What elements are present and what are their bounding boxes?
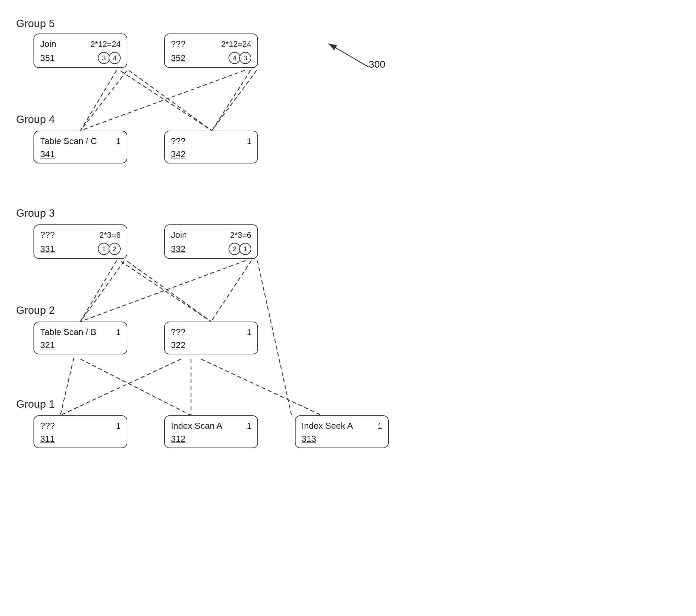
- node-332-label: Join: [171, 230, 187, 240]
- svg-line-13: [257, 261, 291, 415]
- node-342-cost: 1: [247, 137, 251, 146]
- svg-line-3: [80, 71, 127, 131]
- node-341-ref: 341: [40, 149, 54, 159]
- node-332-circle2: 1: [239, 243, 251, 255]
- node-341-cost: 1: [116, 137, 121, 146]
- svg-line-6: [212, 70, 257, 131]
- node-313-label: Index Seek A: [302, 421, 353, 431]
- node-352-cost: 2*12=24: [221, 39, 251, 49]
- node-311-label: ???: [40, 421, 54, 431]
- svg-line-15: [80, 359, 191, 415]
- node-312-ref: 312: [171, 434, 185, 444]
- svg-line-5: [212, 70, 251, 131]
- node-332-circles: 2 1: [230, 243, 251, 255]
- node-331: ??? 2*3=6 331 1 2: [33, 224, 127, 259]
- node-351-ref: 351: [40, 53, 54, 63]
- group1-label: Group 1: [16, 398, 55, 410]
- node-321-label: Table Scan / B: [40, 327, 96, 337]
- node-351-label: Join: [40, 39, 56, 49]
- node-351-circle1: 3: [98, 52, 110, 64]
- svg-line-18: [201, 359, 322, 415]
- node-352-label: ???: [171, 39, 185, 49]
- node-352: ??? 2*12=24 352 4 3: [164, 33, 258, 68]
- node-352-circles: 4 3: [230, 52, 251, 64]
- connections-svg: [0, 0, 696, 616]
- group2-label: Group 2: [16, 304, 55, 317]
- diagram-ref-label: 300: [369, 59, 385, 70]
- node-331-cost: 2*3=6: [99, 230, 121, 240]
- svg-line-16: [60, 359, 181, 415]
- node-321: Table Scan / B 1 321: [33, 322, 127, 354]
- node-321-cost: 1: [116, 328, 121, 337]
- node-322-label: ???: [171, 327, 185, 337]
- node-351: Join 2*12=24 351 3 4: [33, 33, 127, 68]
- svg-line-19: [328, 44, 369, 67]
- node-352-circle1: 4: [228, 52, 241, 64]
- node-351-circles: 3 4: [99, 52, 121, 64]
- node-313-cost: 1: [378, 421, 382, 431]
- node-351-cost: 2*12=24: [91, 39, 121, 49]
- node-342-label: ???: [171, 136, 185, 146]
- node-332-ref: 332: [171, 244, 185, 254]
- node-331-label: ???: [40, 230, 54, 240]
- node-342-ref: 342: [171, 149, 185, 159]
- svg-line-14: [60, 358, 74, 415]
- svg-line-10: [80, 261, 124, 322]
- node-332-cost: 2*3=6: [230, 230, 251, 240]
- node-352-circle2: 3: [239, 52, 251, 64]
- svg-line-12: [211, 261, 251, 322]
- node-312-label: Index Scan A: [171, 421, 222, 431]
- node-341-label: Table Scan / C: [40, 136, 97, 146]
- svg-line-0: [80, 70, 116, 131]
- node-322-ref: 322: [171, 340, 185, 351]
- node-313-ref: 313: [302, 434, 316, 444]
- node-322: ??? 1 322: [164, 322, 258, 354]
- node-332: Join 2*3=6 332 2 1: [164, 224, 258, 259]
- group5-label: Group 5: [16, 17, 55, 30]
- node-311-ref: 311: [40, 434, 54, 444]
- node-331-circle2: 2: [109, 243, 121, 255]
- group3-label: Group 3: [16, 207, 55, 220]
- node-322-cost: 1: [247, 328, 251, 337]
- node-313: Index Seek A 1 313: [295, 415, 389, 448]
- node-331-circles: 1 2: [99, 243, 121, 255]
- svg-line-11: [80, 261, 246, 322]
- svg-line-4: [80, 70, 244, 131]
- node-331-ref: 331: [40, 244, 54, 254]
- node-311-cost: 1: [116, 421, 121, 431]
- svg-line-2: [129, 70, 212, 131]
- node-352-ref: 352: [171, 53, 185, 63]
- node-321-ref: 321: [40, 340, 54, 351]
- node-332-circle1: 2: [228, 243, 241, 255]
- node-331-circle1: 1: [98, 243, 110, 255]
- node-351-circle2: 4: [109, 52, 121, 64]
- node-311: ??? 1 311: [33, 415, 127, 448]
- svg-line-1: [121, 71, 212, 131]
- node-341: Table Scan / C 1 341: [33, 131, 127, 163]
- svg-line-8: [121, 261, 211, 322]
- node-312-cost: 1: [247, 421, 251, 431]
- svg-line-7: [80, 261, 116, 322]
- group4-label: Group 4: [16, 113, 55, 126]
- node-312: Index Scan A 1 312: [164, 415, 258, 448]
- svg-line-9: [127, 261, 211, 322]
- node-342: ??? 1 342: [164, 131, 258, 163]
